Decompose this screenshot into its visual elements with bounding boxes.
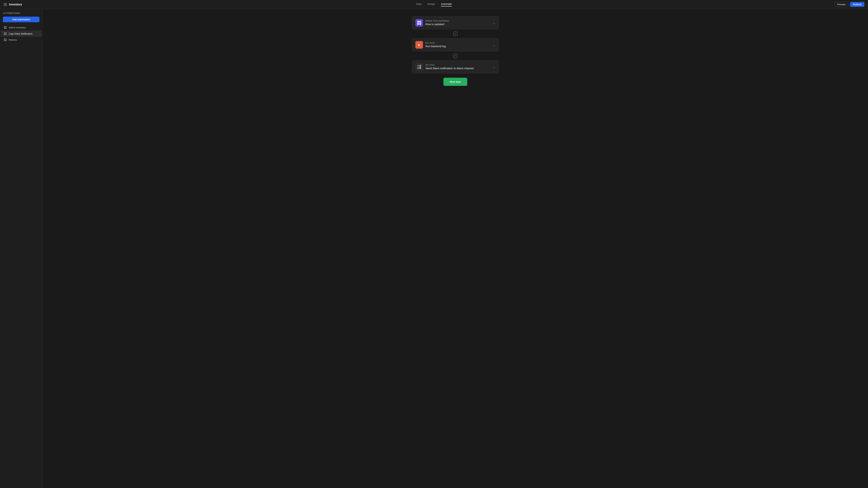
sidebar: Automations Add automation Add to invent… <box>0 9 42 488</box>
step2-chevron: ⌄ <box>493 65 495 69</box>
trigger-title: Row is updated <box>426 23 492 26</box>
sidebar-heading: Automations <box>0 12 42 17</box>
add-step-connector-2[interactable]: + <box>453 51 458 60</box>
tab-data[interactable]: Data <box>416 3 422 6</box>
add-automation-button[interactable]: Add automation <box>3 17 39 22</box>
plus-circle-icon-2[interactable]: + <box>453 54 458 58</box>
grid-icon-2 <box>4 32 7 35</box>
plus-circle-icon-1[interactable]: + <box>453 31 458 36</box>
log-icon: ▶ <box>415 41 423 48</box>
step2-title: Send Slack notification to Alerts channe… <box>426 67 492 70</box>
sidebar-item-returns[interactable]: Returns <box>1 37 41 43</box>
main-content: WHEN THIS HAPPENS: Row is updated ⌄ + ▶ … <box>42 9 868 488</box>
navbar: Inventory Data Design Automate Preview P… <box>0 0 868 9</box>
preview-button[interactable]: Preview <box>835 2 848 7</box>
slack-icon <box>415 63 423 71</box>
navbar-left: Inventory <box>4 3 22 6</box>
add-step-connector-1[interactable]: + <box>453 29 458 38</box>
navbar-tabs: Data Design Automate <box>416 3 452 6</box>
sidebar-item-logs-slack[interactable]: Logs Slack Notification <box>1 31 41 37</box>
grid-icon-3 <box>4 38 7 41</box>
navbar-right: Preview Publish <box>835 2 864 7</box>
trigger-card[interactable]: WHEN THIS HAPPENS: Row is updated ⌄ <box>412 16 499 29</box>
step1-title: Run backend log <box>426 45 492 48</box>
trigger-icon <box>415 19 423 27</box>
step1-label: DO THIS: <box>426 42 492 44</box>
step2-label: DO THIS: <box>426 64 492 66</box>
publish-button[interactable]: Publish <box>850 2 864 7</box>
trigger-label: WHEN THIS HAPPENS: <box>426 20 492 22</box>
sidebar-item-label-3: Returns <box>9 38 17 41</box>
app-title: Inventory <box>9 3 22 6</box>
menu-icon[interactable] <box>4 3 7 6</box>
step1-content: DO THIS: Run backend log <box>426 42 492 48</box>
layout: Automations Add automation Add to invent… <box>0 9 868 488</box>
sidebar-item-label-2: Logs Slack Notification <box>9 32 33 35</box>
tab-automate[interactable]: Automate <box>441 3 452 6</box>
sidebar-item-label: Add to inventory <box>9 26 26 29</box>
tab-design[interactable]: Design <box>427 3 435 6</box>
sidebar-item-add-to-inventory[interactable]: Add to inventory <box>1 24 41 31</box>
step1-chevron: ⌄ <box>493 43 495 46</box>
run-test-button[interactable]: Run test <box>443 78 467 86</box>
step2-card[interactable]: DO THIS: Send Slack notification to Aler… <box>412 60 499 73</box>
trigger-chevron: ⌄ <box>493 21 495 25</box>
trigger-content: WHEN THIS HAPPENS: Row is updated <box>426 20 492 26</box>
step1-card[interactable]: ▶ DO THIS: Run backend log ⌄ <box>412 38 499 51</box>
log-icon-inner: ▶ <box>418 43 420 46</box>
grid-icon <box>4 26 7 29</box>
automation-flow: WHEN THIS HAPPENS: Row is updated ⌄ + ▶ … <box>412 16 499 86</box>
step2-content: DO THIS: Send Slack notification to Aler… <box>426 64 492 70</box>
